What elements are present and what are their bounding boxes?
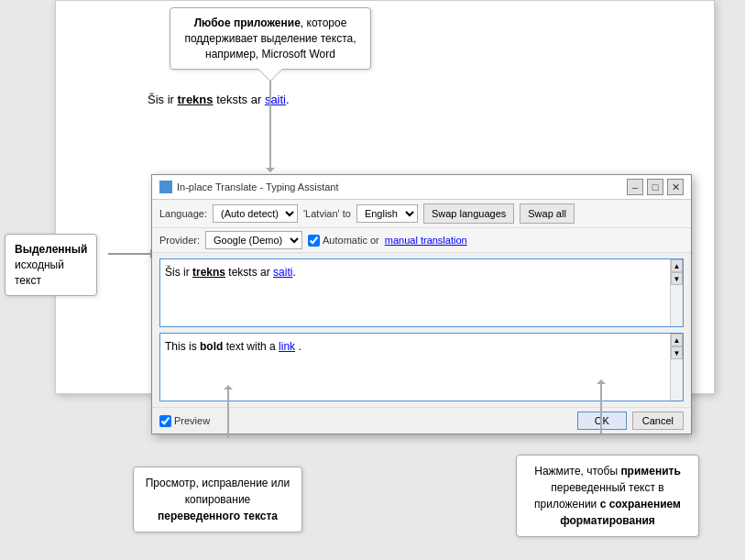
source-scroll-down[interactable]: ▼ — [671, 272, 683, 285]
translated-bold-text: bold — [200, 340, 223, 353]
provider-label: Provider: — [159, 235, 200, 246]
dialog-icon — [159, 181, 172, 193]
maximize-button[interactable]: □ — [647, 179, 663, 195]
provider-select[interactable]: Google (Demo) — [205, 231, 302, 249]
dialog-footer: Preview OK Cancel — [152, 407, 691, 434]
source-text-content: Šis ir trekns teksts ar saiti. — [165, 264, 678, 280]
dialog-window: In-place Translate - Typing Assistant – … — [151, 174, 692, 434]
source-text-area-container: Šis ir trekns teksts ar saiti. ▲ ▼ — [159, 258, 684, 327]
manual-translation-link[interactable]: manual translation — [385, 235, 467, 246]
tooltip-bottom-right-bold1: применить — [620, 465, 680, 478]
tooltip-top: Любое приложение, которое поддерживает в… — [170, 7, 371, 70]
arrow-bottom-left — [227, 388, 229, 438]
close-button[interactable]: ✕ — [667, 179, 684, 195]
callout-left: Выделенный исходныйтекст — [5, 234, 97, 296]
dialog-title-left: In-place Translate - Typing Assistant — [159, 181, 339, 193]
to-label: 'Latvian' to — [303, 208, 351, 219]
source-scroll-up[interactable]: ▲ — [671, 259, 683, 272]
titlebar-controls: – □ ✕ — [627, 179, 684, 195]
translated-scroll-up[interactable]: ▲ — [671, 334, 683, 346]
language-row: Language: (Auto detect) 'Latvian' to Eng… — [152, 200, 691, 228]
language-label: Language: — [159, 208, 207, 219]
arrow-bottom-right — [600, 383, 602, 434]
source-text-area[interactable]: Šis ir trekns teksts ar saiti. ▲ ▼ — [159, 258, 684, 327]
dialog-titlebar: In-place Translate - Typing Assistant – … — [152, 175, 691, 200]
preview-checkbox-label[interactable]: Preview — [159, 415, 210, 427]
arrow-bottom-right-head — [597, 375, 606, 384]
translated-scroll-down[interactable]: ▼ — [671, 346, 683, 359]
tooltip-bottom-right-text1: Нажмите, чтобы — [534, 465, 620, 478]
provider-row: Provider: Google (Demo) Automatic or man… — [152, 228, 691, 253]
source-link[interactable]: saiti — [273, 266, 292, 279]
translated-text-content: This is bold text with a link . — [165, 338, 678, 355]
automatic-checkbox-label[interactable]: Automatic or — [308, 235, 379, 247]
callout-left-arrow — [108, 253, 154, 255]
source-scrollbar[interactable]: ▲ ▼ — [670, 259, 683, 326]
swap-all-button[interactable]: Swap all — [520, 203, 575, 224]
footer-buttons: OK Cancel — [577, 412, 684, 430]
tooltip-bottom-left-text: Просмотр, исправление или копирование — [146, 477, 290, 506]
tooltip-bottom-left-bold: переведенного текста — [158, 510, 278, 522]
preview-checkbox[interactable] — [159, 415, 171, 427]
footer-left: Preview — [159, 415, 210, 427]
target-language-select[interactable]: English — [356, 204, 418, 223]
callout-left-bold: Выделенный — [15, 243, 87, 256]
callout-left-rest: исходныйтекст — [15, 258, 64, 287]
automatic-checkbox[interactable] — [308, 235, 320, 247]
dialog-title-text: In-place Translate - Typing Assistant — [177, 181, 339, 192]
swap-languages-button[interactable]: Swap languages — [423, 203, 514, 224]
preview-label-text: Preview — [174, 415, 210, 426]
translated-scrollbar[interactable]: ▲ ▼ — [670, 334, 683, 401]
translated-text-area[interactable]: This is bold text with a link . ▲ ▼ — [159, 333, 684, 401]
arrow-bottom-left-head — [224, 380, 233, 390]
tooltip-bottom-right: Нажмите, чтобы применить переведенный те… — [516, 455, 699, 537]
minimize-button[interactable]: – — [627, 179, 643, 195]
tooltip-top-bold: Любое приложение — [194, 16, 301, 29]
automatic-label-text: Automatic or — [323, 235, 379, 246]
tooltip-bottom-left: Просмотр, исправление или копирование пе… — [133, 467, 302, 533]
cancel-button[interactable]: Cancel — [632, 412, 684, 430]
translated-text-area-container: This is bold text with a link . ▲ ▼ — [159, 333, 684, 401]
translated-link[interactable]: link — [279, 340, 295, 353]
language-select[interactable]: (Auto detect) — [213, 204, 298, 223]
